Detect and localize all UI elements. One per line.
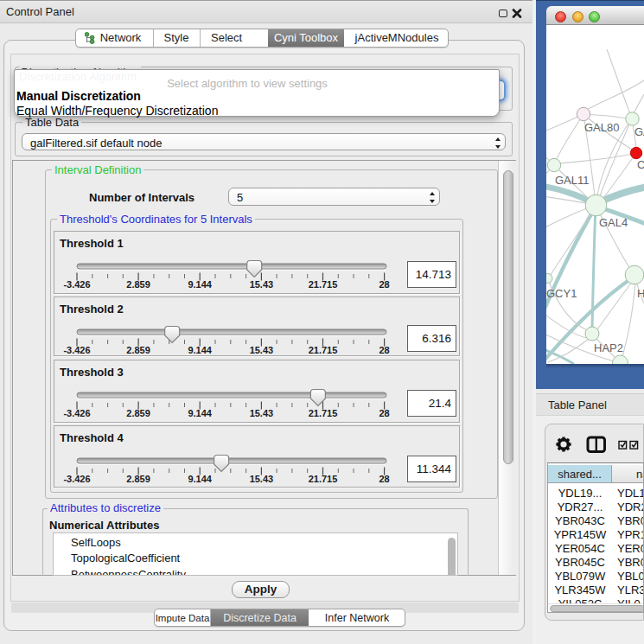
svg-text:28: 28 [379,474,389,484]
svg-text:GCY1: GCY1 [546,287,577,300]
svg-text:28: 28 [379,408,389,418]
svg-text:-3.426: -3.426 [63,474,90,484]
svg-text:GAL80: GAL80 [584,121,619,134]
svg-text:15.43: 15.43 [250,345,274,355]
svg-text:2.859: 2.859 [126,408,150,418]
svg-text:2.859: 2.859 [126,345,150,355]
svg-text:-3.426: -3.426 [63,408,90,418]
svg-text:15.43: 15.43 [250,474,274,484]
svg-text:15.43: 15.43 [250,408,274,418]
svg-text:GA: GA [634,125,644,138]
svg-text:21.715: 21.715 [309,279,338,290]
svg-text:C: C [637,158,644,171]
svg-text:9.144: 9.144 [188,345,212,355]
svg-text:9.144: 9.144 [188,279,212,290]
svg-text:-3.426: -3.426 [63,345,90,355]
svg-text:-3.426: -3.426 [63,279,90,290]
svg-text:HAP2: HAP2 [594,341,623,354]
svg-text:GAL11: GAL11 [555,174,590,187]
svg-text:9.144: 9.144 [188,408,212,418]
svg-text:HIS: HIS [637,287,644,300]
svg-text:2.859: 2.859 [126,279,150,290]
svg-text:21.715: 21.715 [309,408,338,418]
svg-text:GAL4: GAL4 [599,216,628,229]
svg-text:15.43: 15.43 [250,279,274,290]
svg-text:21.715: 21.715 [309,345,338,355]
svg-text:21.715: 21.715 [309,474,338,484]
svg-text:2.859: 2.859 [126,474,150,484]
svg-text:28: 28 [379,345,389,355]
svg-text:28: 28 [379,279,389,290]
svg-text:9.144: 9.144 [188,474,212,484]
